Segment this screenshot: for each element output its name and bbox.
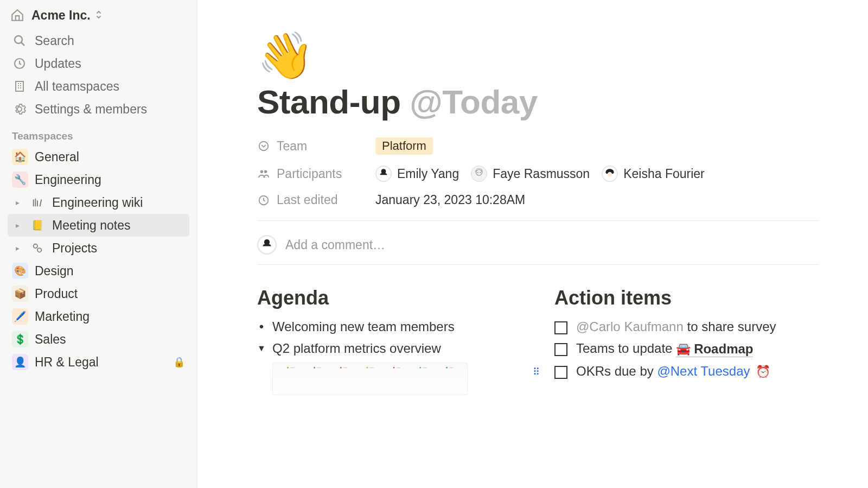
sidebar-item-label: HR & Legal [35, 355, 164, 370]
sidebar-item-projects[interactable]: ▸ Projects [8, 237, 189, 259]
library-icon [29, 194, 46, 211]
page-emoji[interactable]: 👋 [257, 33, 819, 78]
svg-point-4 [37, 248, 41, 252]
drag-handle-icon[interactable]: ⠿ [533, 366, 541, 378]
clock-icon [257, 194, 270, 207]
agenda-heading[interactable]: Agenda [257, 287, 522, 309]
toggle-icon[interactable]: ▼ [257, 341, 266, 356]
sidebar-item-general[interactable]: 🏠 General [8, 145, 189, 168]
property-last-edited[interactable]: Last edited January 23, 2023 10:28AM [257, 193, 819, 207]
sidebar-item-label: Marketing [35, 309, 185, 324]
checkbox[interactable] [554, 343, 567, 356]
avatar [375, 166, 392, 182]
sidebar: Acme Inc. Search Updates All teamspaces … [0, 0, 197, 488]
house-icon: 🏠 [12, 149, 28, 165]
participant-name: Faye Rasmusson [493, 167, 590, 181]
nav-label: Updates [35, 56, 81, 71]
agenda-text: Welcoming new team members [272, 319, 455, 334]
checkbox[interactable] [554, 321, 567, 334]
title-mention[interactable]: @Today [410, 83, 537, 121]
todo-item[interactable]: ⠿ OKRs due by @Next Tuesday ⏰ [554, 364, 819, 379]
page-link[interactable]: 🚘 Roadmap [676, 341, 753, 357]
svg-point-5 [259, 142, 269, 151]
search-icon [12, 33, 27, 48]
svg-point-3 [34, 244, 37, 248]
avatar [471, 166, 487, 182]
clock-icon [12, 56, 27, 71]
property-team[interactable]: Team Platform [257, 137, 819, 155]
sidebar-item-hr-legal[interactable]: 👤 HR & Legal 🔒 [8, 351, 189, 373]
workspace-name: Acme Inc. [31, 8, 91, 23]
chevron-right-icon[interactable]: ▸ [12, 221, 23, 230]
nav-all-teamspaces[interactable]: All teamspaces [8, 75, 189, 98]
divider [257, 264, 819, 265]
comment-input[interactable]: Add a comment… [257, 231, 819, 264]
todo-text: Teams to update 🚘 Roadmap [576, 341, 753, 357]
property-value: January 23, 2023 10:28AM [375, 193, 525, 207]
alarm-icon: ⏰ [756, 365, 770, 378]
sidebar-item-design[interactable]: 🎨 Design [8, 259, 189, 282]
gear-icon [12, 102, 27, 117]
nav-label: Settings & members [35, 102, 147, 117]
teamspaces-header: Teamspaces [8, 121, 189, 145]
title-text: Stand-up [257, 83, 410, 121]
participant[interactable]: Emily Yang [375, 166, 459, 182]
agenda-item[interactable]: • Welcoming new team members [257, 319, 522, 334]
page-title[interactable]: Stand-up @Today [257, 83, 819, 121]
sidebar-item-sales[interactable]: 💲 Sales [8, 328, 189, 351]
wrench-icon: 🔧 [12, 172, 28, 188]
participant[interactable]: Keisha Fourier [602, 166, 705, 182]
property-participants[interactable]: Participants Emily Yang Faye Rasmusson [257, 166, 819, 182]
notebook-icon: 📒 [29, 217, 46, 233]
sidebar-item-label: Engineering wiki [52, 195, 185, 210]
participant[interactable]: Faye Rasmusson [471, 166, 590, 182]
chevron-right-icon[interactable]: ▸ [12, 244, 23, 252]
people-icon [257, 167, 270, 180]
divider [257, 220, 819, 221]
sidebar-item-label: Meeting notes [52, 218, 185, 233]
chart-legend: ——————— [277, 365, 463, 369]
property-label: Team [257, 139, 375, 154]
nav-updates[interactable]: Updates [8, 52, 189, 75]
checkbox[interactable] [554, 366, 567, 379]
property-value[interactable]: Emily Yang Faye Rasmusson Keisha Fourier [375, 166, 705, 182]
team-tag[interactable]: Platform [375, 137, 433, 155]
participant-name: Emily Yang [397, 167, 459, 181]
nav-search[interactable]: Search [8, 29, 189, 52]
sidebar-item-engineering[interactable]: 🔧 Engineering [8, 168, 189, 191]
select-icon [257, 140, 270, 153]
nav-settings[interactable]: Settings & members [8, 98, 189, 121]
sidebar-item-marketing[interactable]: 🖊️ Marketing [8, 305, 189, 328]
property-label: Last edited [257, 193, 375, 207]
svg-point-7 [264, 170, 267, 174]
package-icon: 📦 [12, 286, 28, 302]
person-mention[interactable]: @Carlo Kaufmann [576, 319, 684, 334]
nav-label: Search [35, 34, 74, 48]
svg-point-14 [608, 172, 612, 177]
property-value[interactable]: Platform [375, 137, 433, 155]
gears-icon [29, 240, 46, 256]
avatar [257, 235, 277, 255]
sidebar-item-label: General [35, 150, 185, 164]
content-columns: Agenda • Welcoming new team members ▼ Q2… [257, 287, 819, 395]
svg-rect-2 [16, 81, 23, 91]
workspace-switcher[interactable]: Acme Inc. [8, 5, 189, 29]
sidebar-item-label: Product [35, 287, 185, 301]
date-mention[interactable]: @Next Tuesday [657, 364, 750, 378]
embedded-chart[interactable]: ——————— [272, 363, 468, 395]
chevron-right-icon[interactable]: ▸ [12, 198, 23, 207]
svg-point-11 [477, 172, 478, 173]
main-content: 👋 Stand-up @Today Team Platform Particip… [197, 0, 868, 488]
sidebar-item-product[interactable]: 📦 Product [8, 282, 189, 305]
bullet-icon: • [257, 319, 266, 334]
svg-point-12 [480, 172, 481, 173]
svg-point-0 [15, 36, 22, 43]
todo-item[interactable]: @Carlo Kaufmann to share survey [554, 319, 819, 334]
building-icon [12, 79, 27, 94]
sidebar-item-engineering-wiki[interactable]: ▸ Engineering wiki [8, 191, 189, 214]
agenda-item-toggle[interactable]: ▼ Q2 platform metrics overview [257, 341, 522, 356]
todo-item[interactable]: Teams to update 🚘 Roadmap [554, 341, 819, 357]
chevron-up-down-icon [95, 10, 103, 21]
sidebar-item-meeting-notes[interactable]: ▸ 📒 Meeting notes [8, 214, 189, 237]
action-items-heading[interactable]: Action items [554, 287, 819, 309]
